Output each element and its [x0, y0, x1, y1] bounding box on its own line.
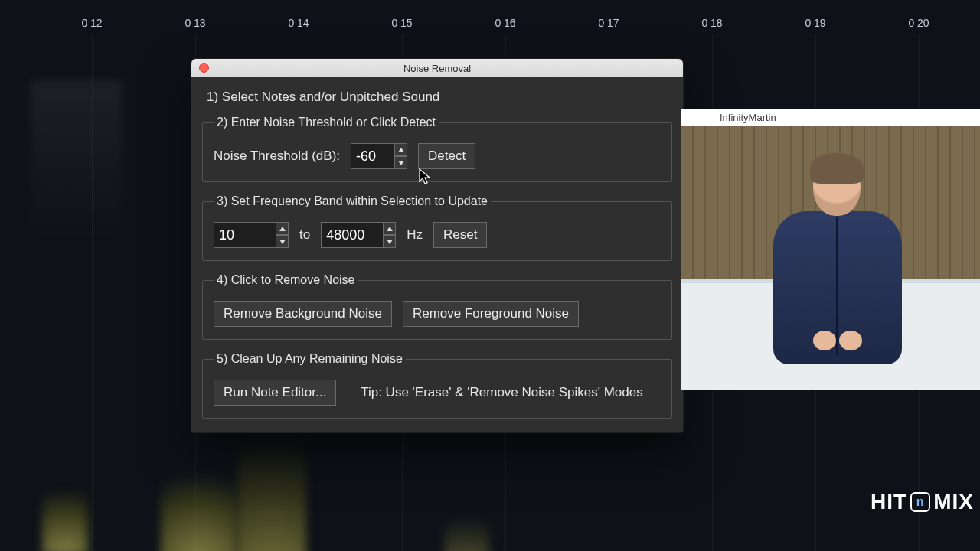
ruler-tick: 0 13 [185, 17, 205, 29]
threshold-input[interactable] [351, 143, 395, 169]
dialog-titlebar[interactable]: Noise Removal [191, 59, 683, 77]
webcam-frame [681, 126, 980, 390]
freq-hz-label: Hz [407, 227, 423, 243]
ruler-tick: 0 20 [908, 17, 929, 29]
step4-legend: 4) Click to Remove Noise [214, 273, 358, 287]
ruler-tick: 0 12 [81, 17, 102, 29]
freq-low-step-down[interactable] [276, 235, 289, 248]
freq-high-input[interactable] [321, 222, 384, 248]
step3-legend: 3) Set Frequency Band within Selection t… [214, 194, 491, 208]
freq-low-spinner[interactable] [214, 222, 289, 248]
logo-left: HIT [871, 490, 907, 514]
freq-high-step-up[interactable] [384, 222, 396, 235]
dialog-title: Noise Removal [403, 63, 471, 74]
logo-mid-icon: n [910, 492, 930, 512]
threshold-step-down[interactable] [395, 156, 407, 169]
freq-high-spinner[interactable] [321, 222, 396, 248]
close-icon[interactable] [199, 63, 209, 73]
remove-foreground-noise-button[interactable]: Remove Foreground Noise [403, 301, 579, 327]
step2-legend: 2) Enter Noise Threshold or Click Detect [214, 116, 439, 129]
step2-group: 2) Enter Noise Threshold or Click Detect… [202, 116, 672, 182]
step5-tip: Tip: Use 'Erase' & 'Remove Noise Spikes'… [361, 385, 643, 400]
timeline-ruler[interactable]: 0 12 0 13 0 14 0 15 0 16 0 17 0 18 0 19 … [0, 0, 980, 34]
detect-button[interactable]: Detect [418, 143, 475, 169]
remove-background-noise-button[interactable]: Remove Background Noise [214, 301, 392, 327]
webcam-overlay: InfinityMartin [681, 109, 980, 390]
step5-legend: 5) Clean Up Any Remaining Noise [214, 352, 406, 366]
ruler-tick: 0 14 [288, 17, 309, 29]
logo-right: MIX [933, 490, 974, 514]
freq-low-input[interactable] [214, 222, 276, 248]
brand-logo: HIT n MIX [871, 490, 974, 514]
threshold-label: Noise Threshold (dB): [214, 148, 340, 164]
freq-to-label: to [299, 227, 310, 243]
ruler-tick: 0 15 [391, 17, 412, 29]
step3-group: 3) Set Frequency Band within Selection t… [202, 194, 672, 261]
threshold-step-up[interactable] [395, 143, 407, 156]
ruler-tick: 0 17 [598, 17, 619, 29]
ruler-tick: 0 19 [805, 17, 825, 29]
threshold-spinner[interactable] [351, 143, 407, 169]
run-note-editor-button[interactable]: Run Note Editor... [214, 380, 336, 406]
ruler-tick: 0 18 [701, 17, 722, 29]
step1-heading: 1) Select Notes and/or Unpitched Sound [202, 88, 672, 116]
step5-group: 5) Clean Up Any Remaining Noise Run Note… [202, 352, 672, 419]
freq-low-step-up[interactable] [276, 222, 289, 235]
ruler-tick: 0 16 [495, 17, 515, 29]
freq-high-step-down[interactable] [384, 235, 396, 248]
reset-button[interactable]: Reset [433, 222, 487, 248]
step4-group: 4) Click to Remove Noise Remove Backgrou… [202, 273, 672, 340]
webcam-caption: InfinityMartin [681, 109, 980, 126]
noise-removal-dialog: Noise Removal 1) Select Notes and/or Unp… [191, 58, 684, 433]
